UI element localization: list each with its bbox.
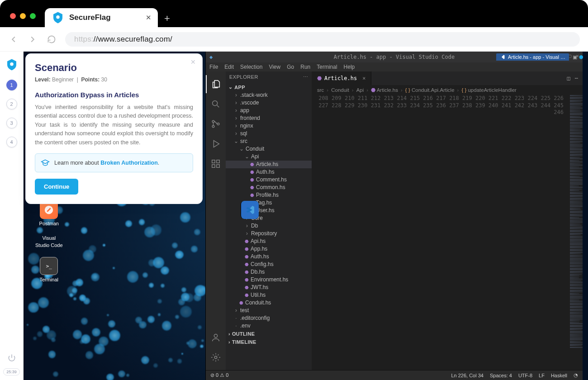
breadcrumb-seg[interactable]: Api	[356, 87, 364, 93]
minimize-window-icon[interactable]	[20, 13, 26, 19]
tree-item[interactable]: ⬣App.hs	[226, 245, 312, 253]
menu-file[interactable]: File	[209, 64, 218, 70]
tree-item[interactable]: ⬣Util.hs	[226, 291, 312, 299]
activity-scm-icon[interactable]	[206, 115, 226, 133]
tree-item[interactable]: ›app	[226, 107, 312, 114]
os-taskbar: Article.hs - app - Visual … ▣ ⬢	[496, 53, 583, 61]
tree-item[interactable]: ›test	[226, 307, 312, 314]
tree-item[interactable]: ·.env	[226, 322, 312, 330]
status-item[interactable]: ⊘ 0 ⚠ 0	[210, 372, 228, 378]
breadcrumb-seg[interactable]: { } Conduit.Api.Article	[405, 87, 455, 93]
status-item[interactable]: LF	[539, 373, 545, 378]
tree-item[interactable]: ⬣Api.hs	[226, 238, 312, 245]
tree-item[interactable]: ⬣Environment.hs	[226, 276, 312, 284]
desktop-icon-terminal[interactable]: >_ Terminal	[35, 257, 63, 282]
browser-tab[interactable]: SecureFlag ✕	[45, 8, 158, 27]
panel-close-icon[interactable]: ✕	[190, 58, 196, 66]
tree-item[interactable]: ›.stack-work	[226, 91, 312, 99]
editor-tab-close-icon[interactable]: ×	[362, 75, 365, 81]
tab-close-icon[interactable]: ✕	[146, 14, 152, 22]
tree-item[interactable]: ›nginx	[226, 122, 312, 130]
activity-settings-icon[interactable]	[206, 348, 226, 366]
activity-debug-icon[interactable]	[206, 135, 226, 153]
breadcrumb-seg[interactable]: src	[317, 87, 324, 93]
breadcrumb-seg[interactable]: { } updateArticleHandler	[461, 87, 516, 93]
tree-item[interactable]: ›Repository	[226, 230, 312, 238]
broken-authorization-link[interactable]: Broken Authorization	[100, 160, 158, 166]
tree-item[interactable]: ›sql	[226, 130, 312, 138]
activity-search-icon[interactable]	[206, 95, 226, 113]
tree-item[interactable]: ⬣Comment.hs	[226, 176, 312, 184]
activity-explorer-icon[interactable]	[206, 75, 226, 93]
tree-item[interactable]: ⬣Db.hs	[226, 268, 312, 276]
tree-item[interactable]: ⬣Conduit.hs	[226, 299, 312, 307]
menu-terminal[interactable]: Terminal	[317, 64, 337, 70]
tree-item[interactable]: ›Db	[226, 222, 312, 230]
editor-more-icon[interactable]: ⋯	[575, 75, 578, 81]
status-item[interactable]: ◔	[574, 372, 578, 378]
activity-extensions-icon[interactable]	[206, 155, 226, 173]
tree-item[interactable]: ⬣Profile.hs	[226, 191, 312, 199]
minimap[interactable]	[568, 95, 583, 370]
power-icon[interactable]	[7, 353, 16, 364]
split-editor-icon[interactable]: ◫	[567, 75, 570, 81]
status-item[interactable]: Spaces: 4	[490, 373, 512, 378]
tab-title: SecureFlag	[69, 13, 141, 22]
maximize-window-icon[interactable]	[30, 13, 36, 19]
step-4[interactable]: 4	[6, 137, 17, 147]
tree-item[interactable]: ⬣Tag.hs	[226, 199, 312, 207]
menu-edit[interactable]: Edit	[224, 64, 234, 70]
tree-item[interactable]: ›frontend	[226, 114, 312, 122]
tree-item[interactable]: ⬣Article.hs	[226, 161, 312, 168]
step-2[interactable]: 2	[6, 99, 17, 109]
url-input[interactable]: https://www.secureflag.com/	[65, 32, 580, 47]
tree-item[interactable]: ⬣Config.hs	[226, 261, 312, 268]
menu-run[interactable]: Run	[300, 64, 310, 70]
editor-tabs: ⬣ Article.hs × ◫ ⋯	[312, 71, 583, 85]
explorer-section-timeline[interactable]: › TIMELINE	[226, 338, 312, 346]
nav-forward-button[interactable]	[27, 34, 38, 44]
explorer-section-app[interactable]: ⌄ APP	[226, 83, 312, 91]
secureflag-logo-icon[interactable]	[5, 58, 19, 71]
scenario-title: Authorization Bypass in Articles	[35, 91, 193, 99]
menu-go[interactable]: Go	[287, 64, 294, 70]
status-item[interactable]: Haskell	[551, 373, 567, 378]
url-path: //www.secureflag.com/	[94, 35, 172, 44]
tree-item[interactable]: ›.vscode	[226, 99, 312, 107]
editor-tab-article[interactable]: ⬣ Article.hs ×	[312, 71, 371, 85]
step-1[interactable]: 1	[6, 80, 17, 90]
status-item[interactable]: Ln 226, Col 34	[451, 373, 484, 378]
new-tab-button[interactable]: +	[158, 13, 176, 27]
os-show-desktop-icon[interactable]: ▣	[573, 54, 577, 60]
os-tray-icon[interactable]: ⬢	[579, 54, 583, 60]
tree-item[interactable]: ⌄Api	[226, 153, 312, 161]
svg-point-12	[214, 356, 217, 359]
tree-item[interactable]: ⌄src	[226, 138, 312, 145]
tree-item[interactable]: ⬣Common.hs	[226, 184, 312, 191]
breadcrumbs[interactable]: src›Conduit›Api›⬣ Article.hs›{ } Conduit…	[312, 85, 583, 95]
tree-item[interactable]: ⌄Conduit	[226, 145, 312, 153]
status-item[interactable]: UTF-8	[518, 373, 532, 378]
continue-button[interactable]: Continue	[35, 179, 78, 195]
nav-back-button[interactable]	[8, 34, 19, 44]
tree-item[interactable]: ⬣User.hs	[226, 207, 312, 214]
activity-account-icon[interactable]	[206, 328, 226, 347]
os-window-tab[interactable]: Article.hs - app - Visual …	[496, 53, 569, 61]
desktop-icon-vscode[interactable]: Visual Studio Code	[35, 235, 63, 248]
tree-item[interactable]: ·.editorconfig	[226, 314, 312, 322]
tree-item[interactable]: ⬣Auth.hs	[226, 253, 312, 261]
menu-selection[interactable]: Selection	[240, 64, 262, 70]
tree-item[interactable]: ⬣JWT.hs	[226, 284, 312, 291]
breadcrumb-seg[interactable]: Conduit	[331, 87, 349, 93]
close-window-icon[interactable]	[10, 13, 16, 19]
menu-help[interactable]: Help	[344, 64, 355, 70]
desktop-icon-postman[interactable]: Postman	[35, 201, 63, 226]
step-3[interactable]: 3	[6, 118, 17, 128]
menu-view[interactable]: View	[269, 64, 280, 70]
tree-item[interactable]: ⬣Auth.hs	[226, 168, 312, 176]
tree-item[interactable]: ›Core	[226, 214, 312, 222]
nav-reload-button[interactable]	[46, 35, 57, 44]
breadcrumb-seg[interactable]: ⬣ Article.hs	[371, 87, 398, 93]
explorer-more-icon[interactable]: ⋯	[303, 74, 308, 80]
explorer-section-outline[interactable]: › OUTLINE	[226, 330, 312, 338]
